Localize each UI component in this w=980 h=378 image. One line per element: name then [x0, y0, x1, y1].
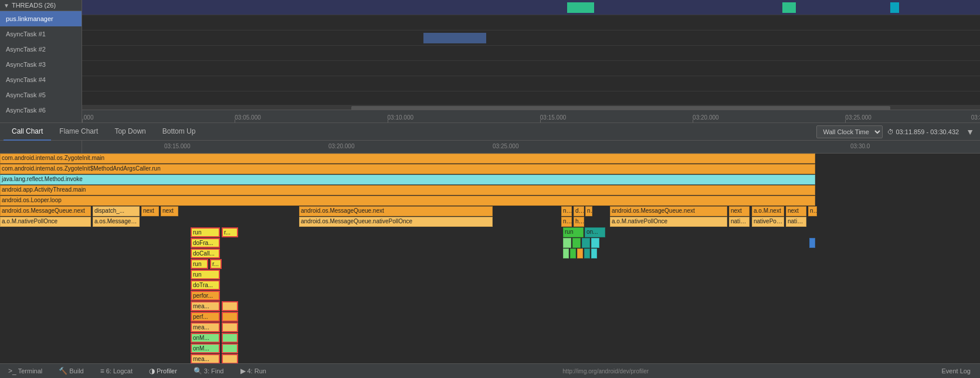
call-chart-container: 03:15.000 03:20.000 03:25.000 03:30.0 co…	[0, 141, 980, 363]
block-onm-1b[interactable]	[222, 333, 238, 343]
tab-top-down[interactable]: Top Down	[106, 123, 154, 141]
block-ha-2near[interactable]: ha...	[574, 217, 584, 227]
main-container: ▼ THREADS (26) pus.linkmanagerAsyncTask …	[0, 0, 980, 378]
block-on-2[interactable]: on...	[585, 227, 605, 237]
block-next-2b[interactable]: next	[786, 206, 806, 216]
thread-item[interactable]: AsyncTask #3	[0, 57, 82, 72]
block-mea-2[interactable]: mea...	[191, 322, 220, 332]
block-native-poll-2b[interactable]: nativePollOnce	[752, 217, 784, 227]
call-rows-scroll[interactable]: com.android.internal.os.ZygoteInit.main …	[0, 154, 980, 363]
block-zygote-caller[interactable]: com.android.internal.os.ZygoteInit$Metho…	[0, 164, 815, 174]
block-aom-next[interactable]: a.o.M.next	[752, 206, 784, 216]
timeline-track[interactable]	[82, 15, 980, 30]
status-tab-run[interactable]: ▶ 4: Run	[237, 366, 270, 376]
clock-type-select[interactable]: Wall Clock Time Thread Time	[816, 125, 883, 138]
event-log-label: Event Log	[941, 367, 971, 374]
thread-item[interactable]: AsyncTask #1	[0, 26, 82, 42]
block-zygote-main[interactable]: com.android.internal.os.ZygoteInit.main	[0, 154, 815, 164]
timeline-track[interactable]	[82, 46, 980, 61]
block-n-near[interactable]: n...	[585, 206, 592, 216]
block-n-2near[interactable]: n...	[561, 217, 572, 227]
block-run-1[interactable]: run	[191, 227, 220, 237]
block-perf-2b[interactable]	[222, 312, 238, 322]
row-activity-thread: android.app.ActivityThread.main	[0, 185, 897, 196]
block-teal-1[interactable]	[582, 238, 590, 248]
block-run-2[interactable]: run	[563, 227, 584, 237]
event-log-btn[interactable]: Event Log	[941, 367, 971, 374]
block-onm-2b[interactable]	[222, 343, 238, 353]
block-activity-thread[interactable]: android.app.ActivityThread.main	[0, 185, 815, 195]
block-mea-1[interactable]: mea...	[191, 301, 220, 311]
block-onm-2[interactable]: onM...	[191, 343, 220, 353]
block-native-2a[interactable]: android.os.MessageQueue.nativePollOnce	[299, 217, 493, 227]
thread-item[interactable]: AsyncTask #6	[0, 103, 82, 118]
status-tab-terminal[interactable]: >_ Terminal	[5, 366, 46, 376]
block-mq-next-2[interactable]: android.os.MessageQueue.next	[299, 206, 493, 216]
block-run-2a[interactable]: run	[191, 270, 220, 280]
block-native-2b[interactable]: native...	[786, 217, 806, 227]
tab-bottom-up[interactable]: Bottom Up	[154, 123, 204, 141]
thread-item[interactable]: AsyncTask #4	[0, 72, 82, 87]
block-dispatch-1[interactable]: dispatch_...	[93, 206, 140, 216]
build-icon: 🔨	[59, 367, 67, 375]
block-run-r2[interactable]: r...	[210, 259, 222, 269]
block-dotra[interactable]: doTra...	[191, 280, 220, 290]
block-onm-1[interactable]: onM...	[191, 333, 220, 343]
block-mea-3b[interactable]	[222, 354, 238, 363]
block-mq-native-2[interactable]: a.os.MessageQueue.nativePollOnce	[93, 217, 140, 227]
timeline-track[interactable]	[82, 76, 980, 91]
block-dofra[interactable]: doFra...	[191, 238, 220, 248]
thread-item[interactable]: pus.linkmanager	[0, 11, 82, 26]
row-perf-2: perf...	[0, 312, 897, 322]
block-green-1[interactable]	[563, 238, 571, 248]
block-c-1[interactable]	[591, 248, 597, 258]
block-native-poll-main[interactable]: a.o.M.nativePollOnce	[0, 217, 91, 227]
timeline-track[interactable]	[82, 61, 980, 76]
block-next-1a[interactable]: next	[141, 206, 159, 216]
tab-call-chart[interactable]: Call Chart	[4, 123, 51, 141]
block-mq-next-near[interactable]: n...	[561, 206, 572, 216]
block-mea-1b[interactable]	[222, 301, 238, 311]
block-run-r1[interactable]: run	[191, 259, 208, 269]
status-tab-find[interactable]: 🔍 3: Find	[190, 366, 228, 376]
threads-header[interactable]: ▼ THREADS (26)	[0, 0, 82, 11]
block-mea-3[interactable]: mea...	[191, 354, 220, 363]
block-native-poll-1[interactable]: nati...	[808, 206, 817, 216]
timeline-track[interactable]	[82, 30, 980, 46]
status-tab-logcat[interactable]: ≡ 6: Logcat	[97, 366, 136, 376]
block-o-1[interactable]	[577, 248, 583, 258]
block-mq-next-1a[interactable]: android.os.MessageQueue.next	[0, 206, 91, 216]
timeline-scrollbar[interactable]	[351, 106, 890, 110]
block-mea-2b[interactable]	[222, 322, 238, 332]
filter-icon[interactable]: ▼	[964, 127, 976, 137]
thread-item[interactable]: AsyncTask #5	[0, 87, 82, 103]
block-dis-near[interactable]: dis...	[574, 206, 584, 216]
block-mq-next-3[interactable]: android.os.MessageQueue.next	[610, 206, 727, 216]
block-green-2[interactable]	[572, 238, 581, 248]
time-ruler: .000 03:05.000 03:10.000 03:15.000 03:20…	[82, 110, 980, 122]
block-perf-2[interactable]: perf...	[191, 312, 220, 322]
block-r-1[interactable]: r...	[222, 227, 238, 237]
status-tab-run-label: 4: Run	[247, 367, 266, 374]
block-next-2a[interactable]: next	[729, 206, 750, 216]
tab-flame-chart[interactable]: Flame Chart	[51, 123, 106, 141]
block-blue-1[interactable]	[809, 238, 815, 248]
status-tab-build[interactable]: 🔨 Build	[55, 366, 87, 376]
block-perfor[interactable]: perfor...	[191, 291, 220, 301]
block-next-1b[interactable]: next	[161, 206, 178, 216]
block-t-1[interactable]	[584, 248, 590, 258]
block-method-invoke[interactable]: java.lang.reflect.Method.invoke	[0, 175, 815, 185]
block-docall[interactable]: doCall...	[191, 248, 220, 258]
block-lg-1[interactable]	[563, 248, 569, 258]
status-tab-profiler-label: Profiler	[157, 367, 177, 374]
status-tab-profiler[interactable]: ◑ Profiler	[145, 366, 181, 376]
block-native-3[interactable]: a.o.M.nativePollOnce	[610, 217, 727, 227]
status-bar-url: http://img.org/android/dev/profiler	[562, 368, 649, 374]
timeline-track[interactable]	[82, 0, 980, 15]
time-mark-3: 03:15.000	[540, 114, 567, 121]
block-nativep-2[interactable]: nativeP...	[729, 217, 750, 227]
thread-item[interactable]: AsyncTask #2	[0, 42, 82, 57]
block-looper-loop[interactable]: android.os.Looper.loop	[0, 196, 815, 206]
block-cyan-1[interactable]	[591, 238, 599, 248]
block-g-1[interactable]	[570, 248, 576, 258]
